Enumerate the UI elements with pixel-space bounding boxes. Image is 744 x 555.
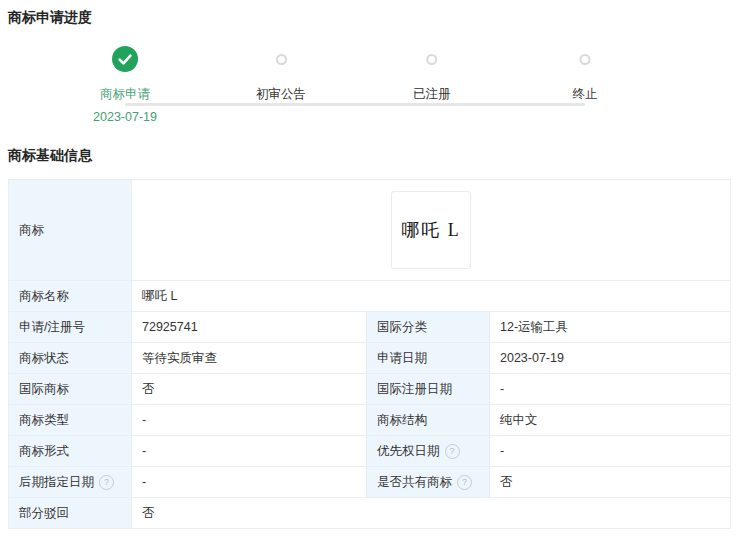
stepper-track-line [125,103,585,106]
trademark-progress-title: 商标申请进度 [8,9,92,25]
row-value-text: - [500,382,504,396]
row-value-text: 否 [500,474,513,491]
row-value-text: 2023-07-19 [500,351,564,365]
row-label: 部分驳回 [9,498,132,528]
row-label: 申请日期 [367,343,490,373]
row-value-text: 等待实质审查 [142,350,217,367]
row-value: 否 [132,498,730,528]
row-label: 是否共有商标? [367,467,490,497]
step-circle-icon [276,54,287,65]
row-label: 申请/注册号 [9,312,132,342]
table-row: 商标类型-商标结构纯中文 [9,404,730,435]
step-circle-icon [427,54,438,65]
row-value: 纯中文 [490,405,730,435]
help-icon[interactable]: ? [457,475,472,490]
row-value-text: 72925741 [142,320,198,334]
row-label-text: 国际商标 [19,381,69,398]
row-value: 等待实质审查 [132,343,367,373]
row-label: 国际注册日期 [367,374,490,404]
table-row: 部分驳回否 [9,497,730,528]
step-circle-icon [580,54,591,65]
table-row: 国际商标否国际注册日期- [9,373,730,404]
row-value-text: - [500,444,504,458]
check-circle-icon [112,46,138,72]
table-row: 商标状态等待实质审查申请日期2023-07-19 [9,342,730,373]
row-label-text: 申请/注册号 [19,319,85,336]
row-label-text: 部分驳回 [19,505,69,522]
row-label-text: 国际分类 [377,319,427,336]
row-label-text: 是否共有商标 [377,474,452,491]
step-label: 已注册 [413,86,451,103]
row-value-text: 否 [142,505,155,522]
trademark-basic-info-title: 商标基础信息 [8,147,92,163]
row-value: - [490,436,730,466]
step-3: 已注册 [413,46,451,103]
row-value: 12-运输工具 [490,312,730,342]
trademark-image: 哪吒 L [391,191,471,269]
step-date: 2023-07-19 [93,110,157,124]
step-label: 商标申请 [93,86,157,103]
row-label-text: 优先权日期 [377,443,440,460]
row-label: 商标名称 [9,281,132,311]
step-1: 商标申请2023-07-19 [93,46,157,124]
row-label: 优先权日期? [367,436,490,466]
row-label: 国际分类 [367,312,490,342]
row-value: 72925741 [132,312,367,342]
row-value: 哪吒 L [132,281,730,311]
row-value: - [132,436,367,466]
row-label: 国际商标 [9,374,132,404]
row-label-text: 商标状态 [19,350,69,367]
table-row: 商标哪吒 L [9,180,730,280]
help-icon[interactable]: ? [99,475,114,490]
row-label-text: 商标结构 [377,412,427,429]
row-value: 2023-07-19 [490,343,730,373]
step-label: 终止 [573,86,598,103]
step-4: 终止 [573,46,598,103]
row-value-text: 哪吒 L [142,288,177,305]
row-label-text: 商标形式 [19,443,69,460]
row-label-text: 后期指定日期 [19,474,94,491]
row-label: 后期指定日期? [9,467,132,497]
table-row: 申请/注册号72925741国际分类12-运输工具 [9,311,730,342]
row-label-text: 商标名称 [19,288,69,305]
table-row: 商标形式-优先权日期?- [9,435,730,466]
row-value: 否 [490,467,730,497]
table-row: 商标名称哪吒 L [9,280,730,311]
row-value: 否 [132,374,367,404]
table-row: 后期指定日期?-是否共有商标?否 [9,466,730,497]
row-label: 商标类型 [9,405,132,435]
row-value-text: - [142,475,146,489]
row-label: 商标结构 [367,405,490,435]
row-label: 商标 [9,180,132,280]
row-value-text: 纯中文 [500,412,538,429]
trademark-image-cell: 哪吒 L [132,180,730,280]
row-label: 商标形式 [9,436,132,466]
row-value: - [132,405,367,435]
stepper: 商标申请2023-07-19初审公告已注册终止 [0,46,744,136]
row-label-text: 国际注册日期 [377,381,452,398]
row-value-text: - [142,413,146,427]
step-2: 初审公告 [256,46,306,103]
row-label-text: 商标 [19,222,44,239]
row-value-text: 12-运输工具 [500,319,568,336]
row-value-text: 否 [142,381,155,398]
row-value-text: - [142,444,146,458]
row-value: - [490,374,730,404]
row-value: - [132,467,367,497]
step-label: 初审公告 [256,86,306,103]
row-label-text: 申请日期 [377,350,427,367]
row-label: 商标状态 [9,343,132,373]
info-table: 商标哪吒 L商标名称哪吒 L申请/注册号72925741国际分类12-运输工具商… [8,179,731,529]
help-icon[interactable]: ? [445,444,460,459]
row-label-text: 商标类型 [19,412,69,429]
